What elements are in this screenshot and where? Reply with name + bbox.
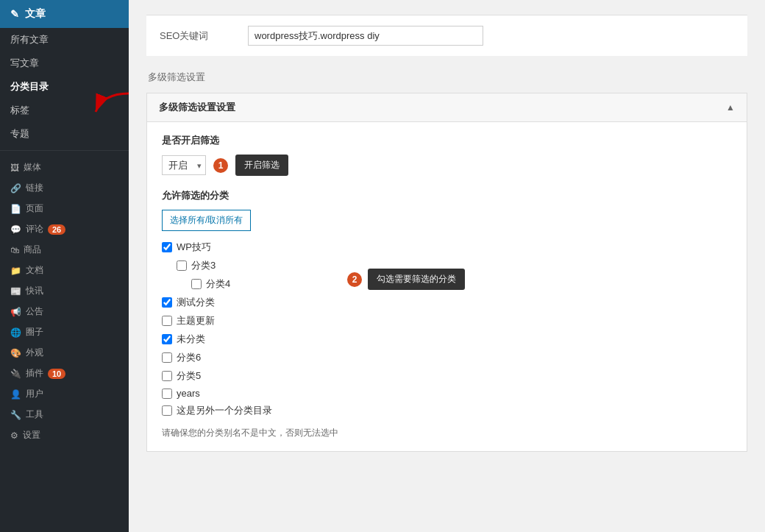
panel-header[interactable]: 多级筛选设置设置 ▲ (147, 93, 747, 122)
cat-section-title: 允许筛选的分类 (162, 189, 732, 202)
media-label: 媒体 (24, 161, 41, 174)
sidebar-item-products[interactable]: 🛍 商品 (0, 238, 129, 258)
all-posts-label: 所有文章 (10, 33, 49, 46)
cat-label-uncategorized: 未分类 (177, 333, 205, 346)
checkbox-theme-update[interactable] (162, 316, 172, 326)
seo-input[interactable] (248, 26, 483, 46)
sidebar-item-topics[interactable]: 专题 (0, 122, 129, 146)
sidebar-item-media[interactable]: 🖼 媒体 (0, 155, 129, 176)
list-item: 分类3 (162, 258, 338, 273)
panel-title: 多级筛选设置设置 (159, 101, 235, 114)
media-icon: 🖼 (10, 163, 19, 173)
enable-filter-title: 是否开启筛选 (162, 134, 732, 147)
plugins-label: 插件 (26, 367, 43, 380)
enable-filter-select-wrapper: 开启 关闭 (162, 155, 206, 175)
circle-icon: 🌐 (10, 327, 21, 338)
news-label: 快讯 (26, 285, 43, 297)
seo-row: SEO关键词 (146, 15, 747, 56)
category-note: 请确保您的分类别名不是中文，否则无法选中 (162, 427, 338, 439)
sidebar-item-tools[interactable]: 🔧 工具 (0, 402, 129, 423)
sidebar-item-links[interactable]: 🔗 链接 (0, 176, 129, 196)
checkbox-cat4[interactable] (191, 279, 202, 289)
appearance-icon: 🎨 (10, 348, 21, 358)
links-label: 链接 (26, 182, 43, 194)
pages-label: 页面 (26, 202, 43, 215)
appearance-label: 外观 (26, 347, 43, 359)
sidebar: ✎ 文章 所有文章 写文章 分类目录 标签 专题 🖼 媒体 🔗 链接 📄 页面 (0, 0, 129, 532)
panel-body: 是否开启筛选 开启 关闭 1 开启筛选 允许筛选的分类 选择所有/取消所有 (147, 122, 747, 451)
checkbox-cat5[interactable] (162, 371, 172, 381)
tags-label: 标签 (10, 104, 29, 117)
multistage-section-label: 多级筛选设置 (146, 71, 747, 84)
checkbox-test-cat[interactable] (162, 297, 172, 308)
list-item: 分类4 (162, 277, 338, 291)
list-item: 未分类 (162, 332, 338, 347)
posts-icon: ✎ (10, 8, 19, 20)
sidebar-item-settings[interactable]: ⚙ 设置 (0, 423, 129, 444)
comments-icon: 💬 (10, 224, 21, 235)
sidebar-nav: 所有文章 写文章 分类目录 标签 专题 🖼 媒体 🔗 链接 📄 页面 💬 (0, 28, 129, 444)
cat-label-another-dir: 这是另外一个分类目录 (177, 404, 272, 417)
products-icon: 🛍 (10, 245, 19, 255)
cat-label-test-cat: 测试分类 (177, 296, 215, 309)
products-label: 商品 (24, 244, 41, 256)
cat-label-years: years (177, 388, 200, 399)
list-item: 分类5 (162, 369, 338, 383)
sidebar-item-news[interactable]: 📰 快讯 (0, 279, 129, 299)
sidebar-header[interactable]: ✎ 文章 (0, 0, 129, 28)
checkbox-wp-skills[interactable] (162, 242, 172, 252)
panel-collapse-arrow: ▲ (726, 102, 735, 113)
list-item: WP技巧 (162, 240, 338, 255)
pages-icon: 📄 (10, 204, 21, 214)
sidebar-item-appearance[interactable]: 🎨 外观 (0, 341, 129, 361)
circle-label: 圈子 (26, 326, 43, 338)
cat-label-theme-update: 主题更新 (177, 314, 215, 327)
sidebar-item-circle[interactable]: 🌐 圈子 (0, 320, 129, 341)
topics-label: 专题 (10, 127, 29, 141)
comments-badge: 26 (48, 224, 65, 235)
cat-section-body: 选择所有/取消所有 WP技巧 分类3 (162, 210, 732, 439)
sidebar-item-comments[interactable]: 💬 评论 26 (0, 217, 129, 238)
list-item: years (162, 387, 338, 400)
checkbox-another-dir[interactable] (162, 405, 172, 416)
settings-icon: ⚙ (10, 430, 18, 441)
divider-1 (0, 150, 129, 151)
category-checkbox-list: WP技巧 分类3 分类4 (162, 240, 338, 418)
sidebar-item-new-post[interactable]: 写文章 (0, 52, 129, 75)
cat-label-wp-skills: WP技巧 (177, 241, 211, 254)
sidebar-item-tags[interactable]: 标签 (0, 99, 129, 122)
sidebar-item-announcements[interactable]: 📢 公告 (0, 299, 129, 320)
step-badge-2: 2 (347, 272, 362, 287)
select-all-button[interactable]: 选择所有/取消所有 (162, 210, 251, 231)
enable-filter-select[interactable]: 开启 关闭 (162, 155, 206, 175)
users-label: 用户 (26, 388, 43, 400)
checkbox-years[interactable] (162, 389, 172, 399)
main-content: SEO关键词 多级筛选设置 多级筛选设置设置 ▲ 是否开启筛选 开启 关闭 1 … (129, 0, 765, 532)
seo-label: SEO关键词 (160, 29, 233, 43)
cat-list-area: 选择所有/取消所有 WP技巧 分类3 (162, 210, 338, 439)
tools-label: 工具 (26, 408, 43, 421)
list-item: 主题更新 (162, 313, 338, 328)
plugins-icon: 🔌 (10, 369, 21, 379)
cat-filter-tooltip: 勾选需要筛选的分类 (368, 269, 465, 290)
checkbox-cat6[interactable] (162, 352, 172, 363)
sidebar-item-plugins[interactable]: 🔌 插件 10 (0, 361, 129, 382)
sidebar-item-all-posts[interactable]: 所有文章 (0, 28, 129, 52)
enable-filter-row: 开启 关闭 1 开启筛选 (162, 155, 732, 176)
list-item: 测试分类 (162, 295, 338, 310)
multistage-panel: 多级筛选设置设置 ▲ 是否开启筛选 开启 关闭 1 开启筛选 允许筛选的分类 (146, 93, 747, 452)
checkbox-uncategorized[interactable] (162, 334, 172, 344)
checkbox-cat3[interactable] (177, 260, 187, 271)
cat-label-cat6: 分类6 (177, 351, 201, 364)
step2-tooltip-area: 2 勾选需要筛选的分类 (347, 269, 465, 290)
cat-label-cat4: 分类4 (206, 277, 230, 291)
sidebar-item-categories[interactable]: 分类目录 (0, 75, 129, 99)
sidebar-item-users[interactable]: 👤 用户 (0, 382, 129, 402)
comments-label: 评论 (26, 223, 43, 235)
list-item: 这是另外一个分类目录 (162, 403, 338, 418)
enable-filter-tooltip: 开启筛选 (235, 155, 288, 176)
sidebar-item-docs[interactable]: 📁 文档 (0, 258, 129, 279)
new-post-label: 写文章 (10, 57, 39, 70)
sidebar-item-pages[interactable]: 📄 页面 (0, 196, 129, 217)
announcements-label: 公告 (26, 305, 43, 318)
